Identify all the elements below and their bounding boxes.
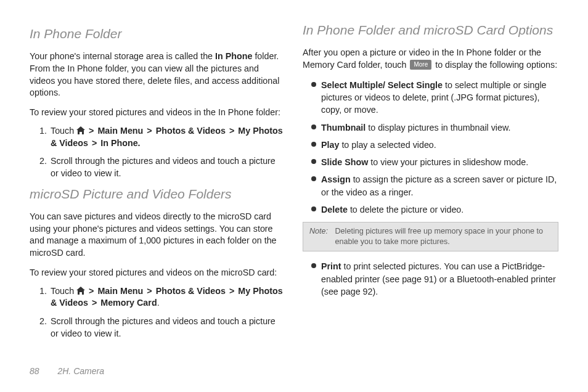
page-footer: 88 2H. Camera: [30, 366, 104, 376]
list-item: Play to play a selected video.: [311, 139, 558, 151]
home-icon: [76, 126, 85, 134]
options-list: Select Multiple/ Select Single to select…: [311, 79, 558, 216]
heading-microsd-folders: microSD Picture and Video Folders: [30, 186, 285, 202]
step-item: Scroll through the pictures and videos a…: [49, 316, 285, 340]
option-name: Print: [321, 261, 341, 271]
text: Touch: [51, 126, 76, 136]
ordered-steps: Touch > Main Menu > Photos & Videos > My…: [49, 125, 285, 180]
lead-text: To review your stored pictures and video…: [30, 267, 285, 279]
list-item: Slide Show to view your pictures in slid…: [311, 156, 558, 168]
list-item: Assign to assign the picture as a screen…: [311, 173, 558, 198]
option-name: Assign: [321, 174, 351, 184]
ordered-steps: Touch > Main Menu > Photos & Videos > My…: [49, 285, 285, 309]
chevron-right-icon: >: [229, 286, 234, 296]
menu-path-item: In Phone.: [100, 138, 140, 148]
chevron-right-icon: >: [89, 286, 94, 296]
option-desc: to assign the picture as a screen saver …: [321, 174, 557, 197]
menu-path-item: Photos & Videos: [156, 286, 226, 296]
note-body: Deleting pictures will free up memory sp…: [335, 226, 550, 247]
page-number: 88: [30, 366, 39, 376]
paragraph: After you open a picture or video in the…: [303, 47, 558, 71]
step-item: Touch > Main Menu > Photos & Videos > My…: [49, 285, 285, 309]
option-desc: to print selected pictures. You can use …: [321, 261, 556, 296]
lead-text: To review your stored pictures and video…: [30, 107, 285, 119]
paragraph: Your phone's internal storage area is ca…: [30, 51, 285, 99]
menu-path-item: Main Menu: [97, 286, 143, 296]
list-item: Print to print selected pictures. You ca…: [311, 260, 558, 298]
list-item: Delete to delete the picture or video.: [311, 203, 558, 216]
home-icon: [76, 287, 85, 295]
option-name: Slide Show: [321, 157, 368, 167]
chevron-right-icon: >: [89, 126, 94, 136]
note-box: Note: Deleting pictures will free up mem…: [303, 222, 558, 251]
chevron-right-icon: >: [147, 286, 152, 296]
text: .: [157, 298, 160, 308]
option-desc: to play a selected video.: [339, 140, 436, 150]
step-item: Touch > Main Menu > Photos & Videos > My…: [49, 125, 285, 149]
more-button-label: More: [410, 60, 431, 70]
list-item: Thumbnail to display pictures in thumbna…: [311, 121, 558, 134]
option-name: Thumbnail: [321, 123, 365, 133]
option-name: Delete: [321, 205, 348, 214]
options-list-cont: Print to print selected pictures. You ca…: [311, 260, 558, 298]
menu-path-item: Photos & Videos: [156, 126, 226, 136]
section-title: 2H. Camera: [57, 366, 104, 376]
heading-options: In Phone Folder and microSD Card Options: [303, 22, 558, 38]
list-item: Select Multiple/ Select Single to select…: [311, 79, 558, 116]
paragraph: You can save pictures and videos directl…: [30, 211, 285, 259]
text: to display the following options:: [433, 60, 557, 70]
chevron-right-icon: >: [92, 298, 97, 308]
option-name: Play: [321, 140, 339, 150]
text: Your phone's internal storage area is ca…: [30, 51, 215, 61]
chevron-right-icon: >: [229, 126, 234, 136]
step-item: Scroll through the pictures and videos a…: [49, 155, 285, 179]
heading-in-phone-folder: In Phone Folder: [30, 26, 285, 42]
menu-path-item: Memory Card: [100, 298, 157, 308]
option-name: Select Multiple/ Select Single: [321, 80, 443, 90]
text-bold: In Phone: [215, 51, 252, 61]
chevron-right-icon: >: [92, 138, 97, 148]
note-label: Note:: [309, 226, 333, 237]
option-desc: to view your pictures in slideshow mode.: [368, 157, 528, 167]
menu-path-item: Main Menu: [97, 126, 143, 136]
text: Touch: [51, 286, 76, 296]
chevron-right-icon: >: [147, 126, 152, 136]
option-desc: to delete the picture or video.: [348, 205, 463, 214]
option-desc: to display pictures in thumbnail view.: [365, 123, 510, 133]
ordered-steps-cont: Scroll through the pictures and videos a…: [49, 316, 285, 340]
